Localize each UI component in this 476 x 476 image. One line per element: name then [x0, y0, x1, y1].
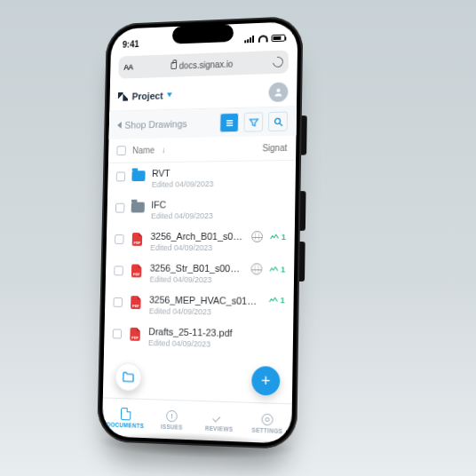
chevron-down-icon — [167, 92, 172, 97]
file-name: 3256_MEP_HVAC_s014… — [149, 294, 262, 306]
back-chevron-icon — [117, 122, 122, 129]
url-text: docs.signax.io — [179, 59, 234, 70]
tab-settings[interactable]: SETTINGS — [242, 403, 292, 444]
lock-icon — [171, 62, 177, 69]
revision-badge: 1 — [270, 232, 286, 241]
row-checkbox[interactable] — [116, 171, 125, 181]
row-checkbox[interactable] — [114, 266, 123, 275]
globe-icon — [251, 231, 263, 242]
globe-icon — [250, 263, 262, 274]
svg-point-4 — [274, 118, 280, 123]
tab-label: DOCUMENTS — [107, 421, 144, 429]
pdf-file-icon — [130, 327, 140, 340]
row-checkbox[interactable] — [113, 298, 123, 307]
folder-icon — [131, 171, 145, 181]
column-signature-label[interactable]: Signat — [262, 143, 287, 154]
tab-reviews[interactable]: REVIEWS — [194, 401, 243, 442]
file-edited-date: Edited 04/09/2023 — [149, 306, 262, 317]
user-avatar[interactable] — [268, 82, 288, 102]
text-size-button[interactable]: AA — [123, 63, 132, 72]
file-name: Drafts_25-11-23.pdf — [148, 326, 277, 339]
pdf-file-icon — [131, 296, 141, 309]
tab-label: ISSUES — [161, 424, 183, 431]
row-checkbox[interactable] — [115, 234, 123, 244]
file-name: RVT — [152, 166, 280, 178]
column-name-label[interactable]: Name — [132, 146, 155, 155]
tab-issues[interactable]: !ISSUES — [148, 400, 196, 440]
project-selector[interactable]: Project — [118, 90, 172, 101]
filter-button[interactable] — [243, 112, 263, 131]
file-name: IFC — [151, 198, 279, 210]
phone-frame: 9:41 AA docs.signax.io Project Shop Draw… — [97, 16, 303, 449]
table-header: Name ↓ Signat — [108, 136, 297, 163]
revision-badge: 1 — [269, 296, 285, 305]
breadcrumb-bar: Shop Drawings — [109, 107, 297, 139]
search-button[interactable] — [268, 112, 288, 132]
app-header: Project — [109, 76, 297, 112]
plus-icon: + — [261, 371, 271, 391]
browser-address-bar[interactable]: AA docs.signax.io — [118, 50, 289, 78]
file-row[interactable]: 3256_Arch_B01_s023…Edited 04/09/20231 — [106, 226, 294, 258]
file-row[interactable]: IFCEdited 04/09/2023 — [107, 193, 295, 226]
svg-line-5 — [280, 123, 282, 126]
status-time: 9:41 — [123, 39, 139, 49]
battery-icon — [272, 35, 286, 43]
file-row[interactable]: 3256_Str_B01_s006.pdfEdited 04/09/20231 — [106, 258, 295, 291]
tab-documents[interactable]: DOCUMENTS — [102, 398, 149, 438]
sort-indicator-icon: ↓ — [162, 145, 166, 155]
file-edited-date: Edited 04/09/2023 — [152, 178, 280, 189]
documents-icon — [120, 408, 131, 420]
breadcrumb-title: Shop Drawings — [124, 118, 186, 130]
row-checkbox[interactable] — [115, 203, 124, 213]
reviews-check-icon — [213, 413, 226, 423]
pdf-file-icon — [131, 264, 142, 277]
settings-gear-icon — [261, 413, 273, 425]
file-edited-date: Edited 04/09/2023 — [148, 338, 277, 350]
file-name: 3256_Str_B01_s006.pdf — [150, 263, 244, 274]
tab-label: SETTINGS — [251, 427, 282, 435]
file-edited-date: Edited 04/09/2023 — [151, 211, 279, 221]
view-list-button[interactable] — [219, 113, 239, 132]
dynamic-island — [172, 24, 234, 44]
revision-badge: 1 — [269, 265, 285, 274]
project-label: Project — [132, 90, 163, 101]
row-checkbox[interactable] — [113, 329, 123, 338]
file-row[interactable]: 3256_MEP_HVAC_s014…Edited 04/09/20231 — [105, 289, 294, 323]
issues-icon: ! — [166, 409, 178, 422]
file-row[interactable]: RVTEdited 04/09/2023 — [107, 161, 296, 194]
file-edited-date: Edited 04/09/2023 — [149, 275, 243, 285]
select-all-checkbox[interactable] — [116, 146, 125, 155]
folder-icon — [131, 202, 145, 213]
wifi-icon — [258, 35, 268, 42]
reload-icon[interactable] — [271, 55, 286, 70]
svg-point-0 — [276, 88, 280, 91]
breadcrumb-back[interactable]: Shop Drawings — [117, 118, 187, 131]
cell-signal-icon — [244, 36, 255, 43]
pdf-file-icon — [132, 233, 143, 246]
bottom-tab-bar: DOCUMENTS!ISSUESREVIEWSSETTINGS — [102, 397, 292, 443]
screen: 9:41 AA docs.signax.io Project Shop Draw… — [102, 21, 298, 444]
file-edited-date: Edited 04/09/2023 — [150, 243, 244, 252]
tab-label: REVIEWS — [205, 425, 234, 432]
file-row[interactable]: Drafts_25-11-23.pdfEdited 04/09/2023 — [104, 320, 293, 355]
app-logo-icon — [118, 91, 128, 100]
file-name: 3256_Arch_B01_s023… — [150, 231, 244, 242]
